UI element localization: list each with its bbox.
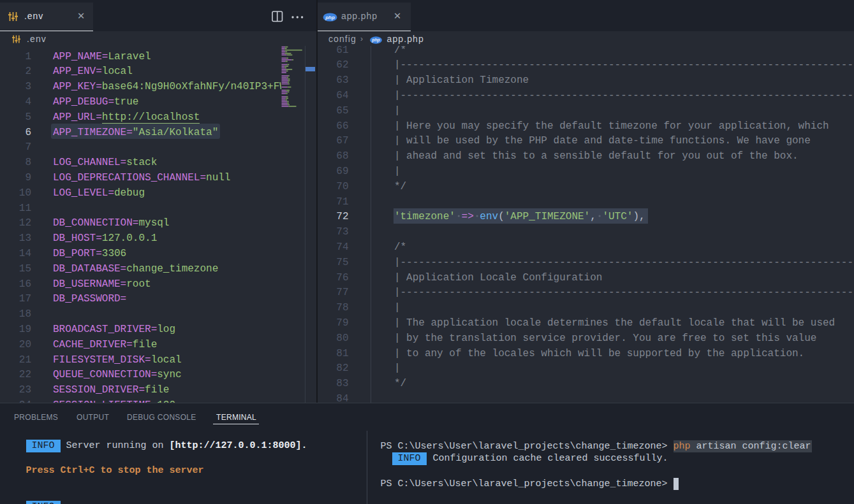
svg-text:php: php <box>325 15 335 20</box>
svg-text:php: php <box>371 38 380 43</box>
